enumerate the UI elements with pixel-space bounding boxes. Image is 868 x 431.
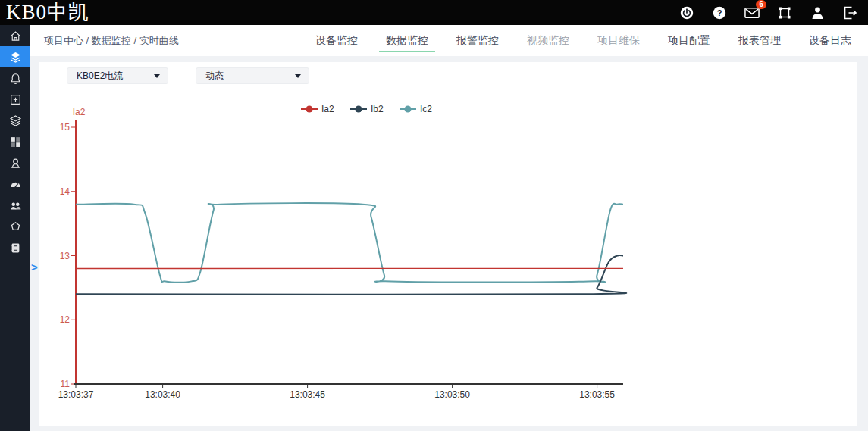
tab-project-maintenance[interactable]: 项目维保 <box>597 25 640 56</box>
tab-data-monitoring[interactable]: 数据监控 <box>386 25 428 56</box>
bell-icon <box>9 72 22 85</box>
tab-device-monitoring[interactable]: 设备监控 <box>315 25 358 56</box>
tab-report-management[interactable]: 报表管理 <box>738 25 781 56</box>
mail-icon[interactable]: 6 <box>744 5 760 20</box>
help-icon[interactable]: ? <box>712 5 727 20</box>
chart-card: KB0E2电流 动态 1112131415Ia213:03:3713:03:40… <box>39 62 857 426</box>
mode-select-value: 动态 <box>205 70 224 83</box>
tab-device-logs[interactable]: 设备日志 <box>809 25 851 56</box>
sidebar-expand-toggle[interactable]: > <box>31 261 38 273</box>
app-logo: KB0中凯 <box>6 0 89 25</box>
sidebar-item-alarms[interactable] <box>0 67 30 89</box>
legend-label: Ib2 <box>371 104 384 114</box>
chevron-down-icon <box>154 74 160 78</box>
breadcrumb: 项目中心 / 数据监控 / 实时曲线 <box>44 34 179 48</box>
legend-marker <box>306 106 313 113</box>
fullscreen-icon[interactable] <box>777 5 792 20</box>
gauge-icon <box>9 178 22 191</box>
series-line-Ic2 <box>76 203 623 283</box>
y-axis-label: 14 <box>60 186 71 197</box>
sidebar <box>0 25 30 431</box>
legend-marker <box>356 106 362 113</box>
y-axis-label: 13 <box>60 251 71 261</box>
legend-label: Ic2 <box>420 104 432 114</box>
tab-video-monitoring[interactable]: 视频监控 <box>527 25 569 56</box>
team-icon <box>9 199 22 212</box>
tab-alarm-monitoring[interactable]: 报警监控 <box>456 25 499 56</box>
logbook-icon <box>9 242 22 255</box>
layers-icon <box>9 51 22 64</box>
x-axis-label: 13:03:40 <box>145 389 180 400</box>
legend-item-Ic2[interactable]: Ic2 <box>400 104 432 114</box>
add-panel-icon <box>9 93 22 106</box>
pentagon-icon <box>9 220 22 233</box>
legend-label: Ia2 <box>321 104 334 114</box>
series-line-Ib2 <box>76 255 626 295</box>
legend-marker <box>405 106 412 113</box>
sidebar-item-data-monitoring[interactable] <box>0 46 30 67</box>
dashboard-icon <box>9 136 22 148</box>
chevron-down-icon <box>295 74 301 78</box>
mail-badge: 6 <box>756 0 766 9</box>
x-axis-label: 13:03:37 <box>58 389 94 400</box>
svg-text:?: ? <box>717 8 722 17</box>
realtime-line-chart: 1112131415Ia213:03:3713:03:4013:03:4513:… <box>39 89 857 423</box>
device-select-value: KB0E2电流 <box>77 70 123 83</box>
sidebar-item-operator[interactable] <box>0 152 30 173</box>
sidebar-item-home[interactable] <box>0 25 30 46</box>
x-axis-label: 13:03:50 <box>434 389 470 400</box>
y-axis-label: 12 <box>60 314 71 325</box>
sidebar-item-stack[interactable] <box>0 110 30 131</box>
stack-icon <box>9 114 22 127</box>
nav-row: 项目中心 / 数据监控 / 实时曲线 设备监控数据监控报警监控视频监控项目维保项… <box>30 25 868 56</box>
home-icon <box>9 30 22 42</box>
x-axis-label: 13:03:45 <box>290 389 325 400</box>
tab-project-configuration[interactable]: 项目配置 <box>668 25 710 56</box>
legend-item-Ib2[interactable]: Ib2 <box>350 104 384 114</box>
mode-select[interactable]: 动态 <box>196 67 309 84</box>
operator-icon <box>9 157 22 170</box>
x-axis-label: 13:03:55 <box>579 389 615 400</box>
sidebar-item-logbook[interactable] <box>0 237 30 258</box>
chart-wrap: 1112131415Ia213:03:3713:03:4013:03:4513:… <box>39 89 857 423</box>
top-tabs: 设备监控数据监控报警监控视频监控项目维保项目配置报表管理设备日志 <box>315 25 851 56</box>
sidebar-item-dashboard[interactable] <box>0 131 30 152</box>
header-toolbar: ? 6 <box>679 5 857 20</box>
y-axis-label: 11 <box>61 379 71 389</box>
power-icon[interactable] <box>679 5 694 20</box>
sidebar-item-team[interactable] <box>0 195 30 216</box>
device-select[interactable]: KB0E2电流 <box>67 67 168 84</box>
y-axis-label: 15 <box>60 122 71 133</box>
sidebar-item-pentagon[interactable] <box>0 216 30 237</box>
legend-item-Ia2[interactable]: Ia2 <box>301 104 334 114</box>
top-header-bar: KB0中凯 ? 6 <box>0 0 868 25</box>
y-axis-name: Ia2 <box>73 107 86 117</box>
logout-icon[interactable] <box>842 5 857 20</box>
user-icon[interactable] <box>810 5 825 20</box>
sidebar-item-add-panel[interactable] <box>0 89 30 110</box>
sidebar-item-gauge[interactable] <box>0 173 30 195</box>
content-area: KB0E2电流 动态 1112131415Ia213:03:3713:03:40… <box>30 56 868 431</box>
